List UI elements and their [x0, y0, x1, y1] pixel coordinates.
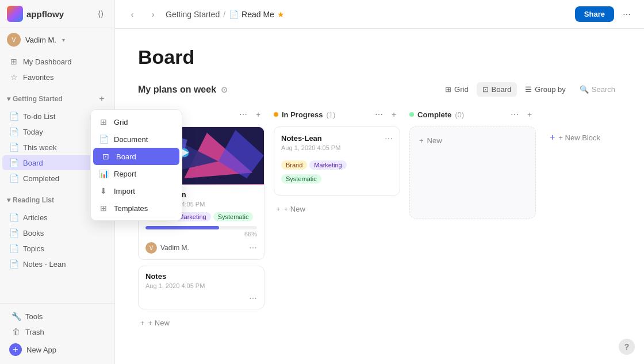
dropdown-item-grid[interactable]: ⊞ Grid	[115, 113, 182, 131]
dropdown-item-document[interactable]: 📄 Document	[115, 131, 182, 148]
add-new-inprogress-button[interactable]: + + New	[274, 201, 400, 217]
group-icon: ☰	[525, 85, 532, 94]
nav-forward-button[interactable]: ›	[145, 6, 161, 22]
doc-icon: 📄	[9, 158, 18, 167]
grid-icon: ⊞	[445, 85, 451, 94]
column-inprogress: In Progress (1) ⋯ + Notes-Lean Aug 1, 20…	[274, 108, 400, 217]
doc-icon: 📄	[9, 112, 18, 121]
sidebar-item-label: Tools	[25, 312, 43, 321]
column-inprogress-title: In Progress (1)	[274, 110, 335, 119]
column-add-button[interactable]: +	[523, 108, 536, 121]
section-label: Reading List	[13, 196, 54, 204]
sidebar-footer: 🔧 Tools 🗑 Trash + New App	[0, 303, 114, 364]
star-icon: ☆	[9, 72, 18, 82]
user-row[interactable]: V Vadim M. ▾	[0, 28, 114, 51]
add-new-todo-button[interactable]: + + New	[138, 315, 264, 331]
column-add-button[interactable]: +	[388, 108, 400, 121]
column-count: (1)	[327, 110, 336, 119]
sidebar-item-dashboard[interactable]: ⊞ My Dashboard	[2, 54, 112, 69]
search-button[interactable]: 🔍 Search	[574, 82, 621, 97]
sidebar-item-label: Notes - Lean	[23, 260, 66, 269]
plus-icon: +	[276, 205, 281, 213]
sidebar-item-label: Favorites	[23, 73, 53, 82]
page-content: Board My plans on week ⊙ ⊞ Grid ⊡ Board …	[115, 29, 644, 364]
sidebar-item-label: Board	[23, 159, 43, 167]
dropdown-item-import[interactable]: ⬇ Import	[115, 182, 182, 200]
new-app-button[interactable]: + New App	[2, 340, 112, 359]
sidebar-item-label: Articles	[23, 213, 48, 222]
add-new-complete-button[interactable]: + New	[417, 134, 528, 147]
add-getting-started-button[interactable]: +	[96, 93, 108, 105]
breadcrumb: Getting Started / 📄 Read Me ★	[166, 10, 285, 19]
card-tags: Brand Marketing	[281, 160, 393, 170]
chevron-down-icon: ▾	[62, 37, 65, 43]
settings-icon[interactable]: ⊙	[221, 85, 228, 94]
breadcrumb-parent[interactable]: Getting Started	[166, 10, 220, 19]
bookmark-icon[interactable]: ★	[277, 10, 285, 19]
avatar: V	[7, 33, 21, 47]
column-add-button[interactable]: +	[252, 108, 264, 121]
avatar-initials: V	[12, 36, 16, 43]
dropdown-item-templates[interactable]: ⊞ Templates	[115, 200, 182, 217]
sidebar-item-notes-lean[interactable]: 📄 Notes - Lean	[2, 256, 112, 271]
new-block-button[interactable]: + + New Block	[545, 129, 605, 146]
card-progress: 66%	[145, 226, 257, 237]
board-container: To Do (2) ⋯ +	[138, 108, 621, 331]
doc-icon: 📄	[9, 143, 18, 152]
topbar-right: Share ⋯	[575, 6, 635, 22]
doc-icon: 📄	[9, 244, 18, 253]
add-new-label: + New	[148, 319, 170, 327]
sidebar-item-books[interactable]: 📄 Books	[2, 225, 112, 240]
dropdown-item-label: Document	[115, 135, 148, 144]
nav-back-button[interactable]: ‹	[124, 6, 140, 22]
app-name: appflowy	[26, 9, 64, 19]
sidebar-item-topics[interactable]: 📄 Topics	[2, 241, 112, 256]
more-options-button[interactable]: ⋯	[619, 6, 635, 22]
add-new-label: + New	[284, 205, 305, 213]
user-name: Vadim M.	[25, 36, 56, 44]
new-block-column: + + New Block	[545, 108, 605, 146]
top-nav-section: ⊞ My Dashboard ☆ Favorites	[0, 51, 114, 87]
group-by-button[interactable]: ☰ Group by	[519, 82, 571, 97]
sidebar-item-favorites[interactable]: ☆ Favorites	[2, 70, 112, 85]
column-more-button[interactable]: ⋯	[237, 108, 250, 121]
board-view-button[interactable]: ⊡ Board	[477, 82, 518, 97]
sidebar-item-trash[interactable]: 🗑 Trash	[5, 324, 110, 339]
progress-bar-bg	[145, 226, 257, 229]
card-tags-2: Systematic	[281, 174, 393, 183]
help-button[interactable]: ?	[619, 339, 635, 355]
column-more-button[interactable]: ⋯	[508, 108, 521, 121]
collapse-sidebar-button[interactable]: ⟨⟩	[94, 7, 108, 21]
share-button[interactable]: Share	[575, 6, 614, 22]
board-icon: ⊡	[482, 85, 489, 94]
column-actions: ⋯ +	[237, 108, 264, 121]
column-complete: Complete (0) ⋯ + + New	[409, 108, 536, 219]
card-title: Notes-Lean	[281, 134, 340, 143]
app-logo: appflowy	[7, 6, 64, 22]
grid-view-button[interactable]: ⊞ Grid	[439, 82, 474, 97]
card-notes: Notes Aug 1, 2020 4:05 PM ⋯	[138, 266, 264, 309]
sidebar-item-label: Topics	[23, 244, 44, 253]
card-more-button[interactable]: ⋯	[385, 134, 393, 143]
getting-started-title[interactable]: ▾ Getting Started	[7, 95, 63, 103]
sidebar-item-label: To-do List	[23, 112, 55, 121]
doc-icon: 📄	[229, 10, 239, 19]
dropdown-item-label: Report	[115, 170, 136, 178]
plus-icon: +	[419, 136, 424, 145]
sidebar-item-tools[interactable]: 🔧 Tools	[5, 309, 110, 324]
column-actions: ⋯ +	[373, 108, 400, 121]
reading-list-title[interactable]: ▾ Reading List	[7, 196, 54, 204]
dropdown-item-label: Templates	[115, 204, 148, 213]
card-more-button[interactable]: ⋯	[249, 243, 257, 252]
search-icon: 🔍	[580, 85, 589, 94]
doc-icon: 📄	[9, 228, 18, 237]
card-more-button[interactable]: ⋯	[145, 294, 257, 303]
new-block-label: + New Block	[558, 133, 600, 142]
dropdown-item-board[interactable]: ⊡ Board	[115, 148, 179, 165]
dropdown-item-report[interactable]: 📊 Report	[115, 165, 182, 182]
column-more-button[interactable]: ⋯	[373, 108, 385, 121]
dropdown-item-label: Import	[115, 187, 135, 196]
card-notes-lean-inprogress: Notes-Lean Aug 1, 2020 4:05 PM ⋯ Brand M…	[274, 127, 400, 196]
column-title-label: Complete	[417, 110, 451, 119]
sidebar-item-label: Books	[23, 229, 44, 237]
